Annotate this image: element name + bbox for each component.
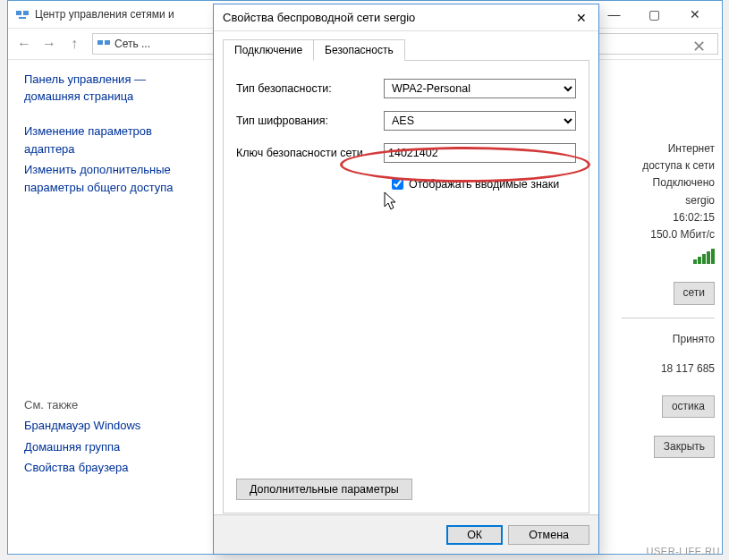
encryption-type-select[interactable]: AES (384, 111, 576, 131)
status-access: доступа к сети (622, 157, 715, 174)
svg-rect-2 (19, 17, 26, 19)
wifi-properties-dialog: Свойства беспроводной сети sergio ✕ Подк… (213, 4, 599, 555)
svg-rect-0 (16, 11, 21, 15)
cancel-button[interactable]: Отмена (508, 525, 589, 545)
dialog-close-button[interactable]: ✕ (573, 10, 589, 26)
status-internet: Интернет (622, 140, 715, 157)
close-button[interactable]: ✕ (674, 1, 715, 28)
dialog-footer: ОК Отмена (214, 514, 598, 554)
status-state: Подключено (622, 174, 715, 191)
security-type-label: Тип безопасности: (236, 82, 384, 95)
svg-rect-4 (105, 40, 110, 45)
network-center-icon (15, 7, 30, 21)
show-chars-label: Отображать вводимые знаки (409, 178, 559, 191)
sidebar-link-firewall[interactable]: Брандмауэр Windows (24, 417, 189, 435)
ok-button[interactable]: ОК (446, 525, 503, 545)
tab-security-content: Тип безопасности: WPA2-Personal Тип шифр… (223, 61, 589, 513)
mouse-cursor-icon (383, 191, 399, 215)
close-status-button[interactable]: Закрыть (654, 436, 715, 458)
parent-window-controls: — ▢ ✕ (594, 1, 715, 28)
network-button[interactable]: сети (674, 282, 715, 304)
received-value: 18 117 685 (622, 361, 715, 378)
minimize-button[interactable]: — (594, 1, 634, 28)
sidebar-link-homegroup[interactable]: Домашняя группа (24, 438, 189, 456)
dialog-tabs: Подключение Безопасность (223, 38, 589, 61)
svg-rect-3 (97, 40, 103, 45)
nav-up-button[interactable]: ↑ (62, 31, 87, 56)
sidebar: Панель управления — домашняя страница Из… (8, 60, 205, 554)
tab-security[interactable]: Безопасность (313, 39, 405, 61)
advanced-settings-button[interactable]: Дополнительные параметры (236, 479, 412, 500)
maximize-button[interactable]: ▢ (634, 1, 674, 28)
sidebar-link-browser[interactable]: Свойства браузера (24, 459, 189, 477)
sidebar-link-sharing[interactable]: Изменить дополнительные параметры общего… (24, 161, 189, 196)
svg-rect-1 (23, 11, 29, 15)
sidebar-home-link-line1[interactable]: Панель управления — (24, 72, 189, 86)
status-ssid: sergio (622, 192, 715, 209)
security-key-input[interactable] (384, 143, 576, 163)
status-speed: 150.0 Мбит/с (622, 226, 715, 243)
security-type-select[interactable]: WPA2-Personal (384, 79, 576, 98)
sidebar-link-adapter[interactable]: Изменение параметров адаптера (24, 123, 189, 157)
security-key-label: Ключ безопасности сети (236, 147, 384, 159)
breadcrumb-icon (97, 37, 111, 51)
sidebar-see-also-heading: См. также (24, 398, 189, 412)
received-label: Принято (622, 331, 715, 348)
encryption-type-label: Тип шифрования: (236, 115, 384, 127)
show-chars-checkbox[interactable] (392, 178, 403, 190)
inner-close-icon[interactable]: ✕ (692, 37, 706, 56)
tab-connection[interactable]: Подключение (223, 39, 314, 61)
status-panel: Интернет доступа к сети Подключено sergi… (615, 60, 722, 554)
nav-back-button[interactable]: ← (12, 31, 37, 56)
nav-forward-button[interactable]: → (37, 31, 62, 56)
dialog-body: Подключение Безопасность Тип безопасност… (214, 31, 598, 514)
sidebar-home-link-line2[interactable]: домашняя страница (24, 89, 189, 103)
signal-strength-icon (692, 247, 715, 264)
status-duration: 16:02:15 (622, 209, 715, 226)
dialog-titlebar: Свойства беспроводной сети sergio ✕ (214, 4, 598, 31)
dialog-title: Свойства беспроводной сети sergio (223, 11, 573, 24)
breadcrumb-label: Сеть ... (114, 38, 150, 50)
diagnostics-button[interactable]: остика (662, 395, 715, 418)
watermark: USER-LIFE.RU (647, 546, 720, 556)
